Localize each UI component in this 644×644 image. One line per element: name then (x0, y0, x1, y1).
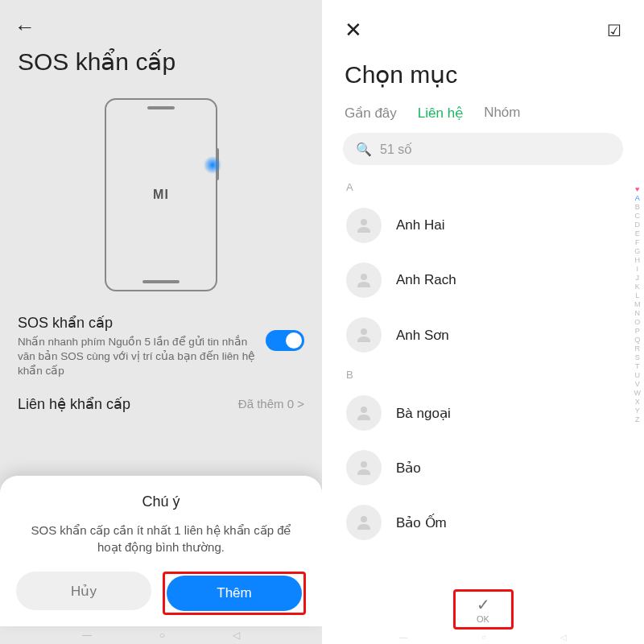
emergency-contacts-label: Liên hệ khẩn cấp (18, 395, 130, 413)
alpha-letter[interactable]: R (635, 345, 641, 353)
sos-toggle[interactable] (266, 330, 304, 351)
contact-name: Anh Sơn (396, 327, 620, 344)
contact-name: Bảo (396, 460, 620, 477)
section-header-b: B (322, 362, 644, 386)
avatar-icon (346, 450, 382, 485)
alpha-letter[interactable]: V (635, 380, 640, 388)
setting-title: SOS khẩn cấp (18, 314, 256, 332)
alpha-letter[interactable]: T (635, 362, 640, 370)
alpha-letter[interactable]: K (635, 283, 640, 291)
contact-row[interactable]: Anh Rach (322, 253, 644, 308)
page-title: SOS khẩn cấp (0, 39, 322, 90)
avatar-icon (346, 395, 382, 431)
alpha-letter[interactable]: N (635, 309, 641, 317)
svg-point-5 (361, 516, 367, 522)
alpha-letter[interactable]: P (635, 327, 640, 335)
contact-name: Bảo Ốm (396, 514, 620, 531)
ok-button-highlight: ✓ OK (453, 589, 514, 630)
alpha-letter[interactable]: U (635, 371, 641, 379)
alpha-letter[interactable]: D (635, 221, 641, 229)
nav-bar: —○◁ (322, 633, 644, 642)
mi-logo: MI (153, 188, 169, 202)
sos-toggle-row: SOS khẩn cấp Nhấn nhanh phím Nguồn 5 lần… (0, 314, 322, 392)
svg-point-3 (361, 407, 367, 413)
attention-sheet: Chú ý SOS khẩn cấp cần ít nhất 1 liên hệ… (0, 476, 322, 626)
alpha-letter[interactable]: X (635, 398, 640, 406)
alpha-letter[interactable]: I (636, 265, 638, 273)
search-input[interactable]: 🔍 51 số (343, 133, 623, 165)
sos-settings-pane: ← SOS khẩn cấp MI SOS khẩn cấp Nhấn nhan… (0, 0, 322, 644)
alpha-letter[interactable]: J (636, 274, 640, 282)
alpha-letter[interactable]: W (634, 389, 642, 397)
alpha-letter[interactable]: L (635, 291, 639, 299)
section-header-a: A (322, 175, 644, 198)
add-button-highlight: Thêm (163, 572, 306, 615)
alpha-letter[interactable]: G (634, 247, 640, 255)
sheet-description: SOS khẩn cấp cần ít nhất 1 liên hệ khẩn … (16, 522, 306, 572)
alpha-letter[interactable]: H (635, 256, 641, 264)
contact-row[interactable]: Bảo (322, 440, 644, 495)
multiselect-icon[interactable]: ☑ (607, 21, 621, 40)
avatar-icon (346, 262, 382, 298)
alpha-letter[interactable]: E (635, 229, 640, 237)
contact-row[interactable]: Anh Sơn (322, 308, 644, 362)
setting-description: Nhấn nhanh phím Nguồn 5 lần để gửi tin n… (18, 335, 256, 379)
alpha-letter[interactable]: S (635, 353, 640, 361)
back-icon[interactable]: ← (14, 14, 308, 39)
alpha-letter[interactable]: Q (634, 336, 640, 344)
alpha-letter[interactable]: Y (635, 407, 640, 415)
tab-groups[interactable]: Nhóm (484, 105, 520, 122)
phone-illustration: MI (0, 90, 322, 314)
alpha-letter[interactable]: A (635, 194, 640, 202)
svg-point-1 (361, 274, 367, 280)
add-button[interactable]: Thêm (167, 576, 302, 611)
ok-button[interactable]: OK (477, 614, 490, 624)
avatar-icon (346, 317, 382, 353)
tabs: Gần đây Liên hệ Nhóm (322, 105, 644, 133)
alpha-index[interactable]: ♥ A B C D E F G H I J K L M N O P Q R S … (634, 185, 642, 423)
alpha-letter[interactable]: Z (635, 415, 640, 423)
alpha-letter[interactable]: C (635, 212, 641, 220)
alpha-letter[interactable]: M (634, 300, 641, 308)
picker-title: Chọn mục (322, 49, 644, 105)
search-placeholder: 51 số (380, 142, 412, 157)
tab-recent[interactable]: Gần đây (345, 105, 397, 122)
contact-row[interactable]: Anh Hai (322, 198, 644, 253)
contact-name: Bà ngoại (396, 405, 620, 422)
avatar-icon (346, 208, 382, 243)
svg-point-2 (361, 328, 367, 335)
alpha-letter[interactable]: B (635, 203, 640, 211)
power-button-highlight (204, 156, 221, 174)
svg-point-0 (361, 219, 367, 225)
contact-picker-pane: ✕ ☑ Chọn mục Gần đây Liên hệ Nhóm 🔍 51 s… (322, 0, 644, 644)
close-icon[interactable]: ✕ (345, 18, 362, 43)
emergency-contacts-value: Đã thêm 0 > (238, 397, 304, 411)
search-icon: 🔍 (356, 142, 372, 157)
avatar-icon (346, 505, 382, 540)
cancel-button[interactable]: Hủy (16, 572, 151, 610)
heart-icon[interactable]: ♥ (635, 185, 639, 193)
alpha-letter[interactable]: O (634, 318, 640, 326)
emergency-contacts-row[interactable]: Liên hệ khẩn cấp Đã thêm 0 > (0, 392, 322, 421)
svg-point-4 (361, 461, 367, 468)
check-icon[interactable]: ✓ (477, 597, 490, 613)
contact-name: Anh Rach (396, 272, 620, 288)
nav-bar: —○◁ (0, 630, 322, 641)
contact-row[interactable]: Bảo Ốm (322, 495, 644, 550)
tab-contacts[interactable]: Liên hệ (418, 105, 463, 122)
contact-name: Anh Hai (396, 217, 620, 233)
sheet-title: Chú ý (16, 493, 306, 510)
contact-row[interactable]: Bà ngoại (322, 386, 644, 440)
alpha-letter[interactable]: F (635, 238, 640, 246)
